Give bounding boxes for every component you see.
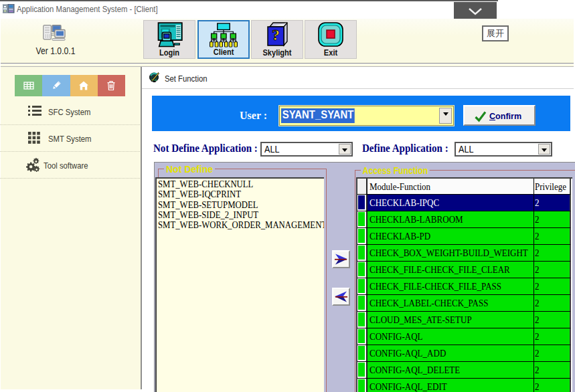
- svg-text:?: ?: [272, 26, 280, 43]
